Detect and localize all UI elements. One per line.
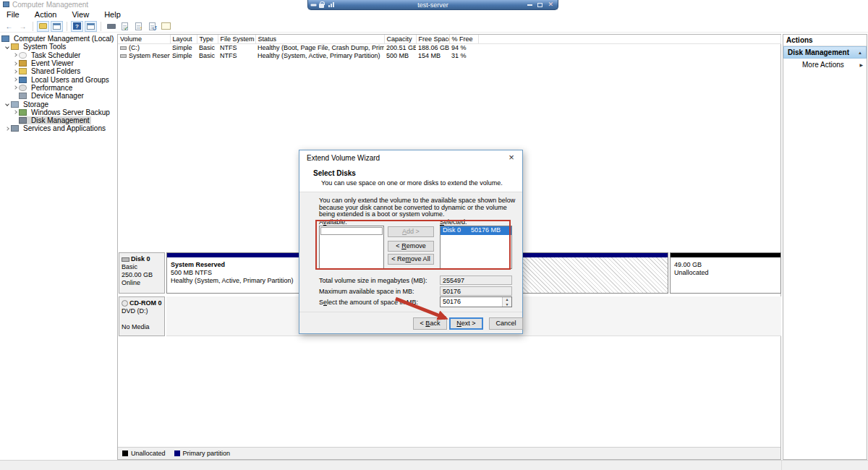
chevron-right-icon[interactable] bbox=[12, 62, 19, 65]
chevron-down-icon[interactable] bbox=[4, 46, 11, 48]
up-one-level-icon[interactable] bbox=[132, 21, 145, 32]
volume-icon bbox=[120, 54, 127, 58]
col-status[interactable]: Status bbox=[255, 35, 384, 44]
signal-icon bbox=[328, 2, 334, 7]
col-pctfree[interactable]: % Free bbox=[449, 35, 478, 44]
menu-action[interactable]: Action bbox=[28, 9, 64, 19]
disk-management-icon bbox=[19, 117, 27, 124]
col-freespace[interactable]: Free Space bbox=[416, 35, 449, 44]
tool-icon[interactable] bbox=[105, 21, 117, 32]
unallocated-color-bar bbox=[671, 253, 780, 257]
col-layout[interactable]: Layout bbox=[170, 35, 197, 44]
annotation-arrow bbox=[391, 294, 463, 330]
dialog-title: Extend Volume Wizard bbox=[307, 154, 380, 162]
status-bar bbox=[0, 460, 868, 470]
tree-item-services-applications[interactable]: Services and Applications bbox=[1, 124, 116, 132]
dialog-titlebar[interactable]: Extend Volume Wizard × bbox=[299, 150, 522, 166]
disk0-status: Online bbox=[122, 279, 163, 287]
cdrom-media: No Media bbox=[122, 323, 163, 331]
wizard-subheading: You can use space on one or more disks t… bbox=[321, 179, 503, 187]
legend-bar: Unallocated Primary partition bbox=[118, 447, 780, 459]
tree-item-system-tools[interactable]: System Tools bbox=[1, 43, 116, 51]
tree-item-computer-management[interactable]: Computer Management (Local) bbox=[1, 35, 116, 43]
console-window-icon[interactable] bbox=[85, 21, 97, 32]
window-title: Computer Management bbox=[12, 1, 88, 9]
col-filesystem[interactable]: File System bbox=[218, 35, 255, 44]
collapse-icon[interactable]: ▲ bbox=[858, 51, 862, 55]
chevron-right-icon[interactable] bbox=[4, 127, 11, 130]
volume-row-system-reserved[interactable]: System Reserved Simple Basic NTFS Health… bbox=[118, 52, 781, 60]
folder-icon[interactable] bbox=[37, 21, 49, 32]
toolbar-separator bbox=[33, 22, 33, 31]
system-tools-icon bbox=[11, 43, 19, 50]
annotation-highlight-box bbox=[315, 220, 511, 270]
pin-icon[interactable] bbox=[311, 4, 317, 6]
chevron-right-icon[interactable] bbox=[12, 86, 19, 89]
toolbar: ← → ? bbox=[0, 20, 868, 33]
disk0-label[interactable]: Disk 0 Basic 250.00 GB Online bbox=[119, 252, 165, 294]
unallocated-region[interactable]: 49.00 GB Unallocated bbox=[670, 252, 781, 294]
total-size-label: Total volume size in megabytes (MB): bbox=[319, 277, 427, 284]
event-viewer-icon bbox=[19, 60, 27, 67]
tree-item-local-users-groups[interactable]: Local Users and Groups bbox=[1, 75, 116, 83]
tree-item-device-manager[interactable]: Device Manager bbox=[1, 92, 116, 100]
rdp-minimize-button[interactable] bbox=[527, 4, 532, 6]
help-icon[interactable]: ? bbox=[71, 21, 83, 32]
tree-item-performance[interactable]: Performance bbox=[1, 84, 116, 92]
legend-primary-partition: Primary partition bbox=[174, 450, 231, 457]
menu-help[interactable]: Help bbox=[98, 9, 127, 19]
tree-item-windows-server-backup[interactable]: Windows Server Backup bbox=[1, 108, 116, 116]
export-list-icon[interactable] bbox=[119, 21, 131, 32]
close-icon[interactable]: × bbox=[501, 150, 522, 166]
submenu-arrow-icon: ▶ bbox=[859, 62, 863, 67]
disk0-type: Basic bbox=[122, 263, 163, 271]
shared-folders-icon bbox=[19, 68, 27, 74]
rdp-connection-bar[interactable]: test-server ✕ bbox=[307, 0, 558, 10]
backup-icon bbox=[19, 109, 27, 116]
performance-icon bbox=[19, 85, 27, 91]
computer-icon bbox=[1, 35, 9, 42]
local-users-icon bbox=[19, 77, 27, 83]
volume-row-c[interactable]: (C:) Simple Basic NTFS Healthy (Boot, Pa… bbox=[118, 44, 781, 52]
rdp-close-button[interactable]: ✕ bbox=[548, 1, 553, 8]
col-type[interactable]: Type bbox=[197, 35, 218, 44]
cancel-button[interactable]: Cancel bbox=[489, 317, 523, 330]
rdp-restore-button[interactable] bbox=[537, 3, 542, 7]
menu-view[interactable]: View bbox=[65, 9, 95, 19]
computer-management-window: Computer Management File Action View Hel… bbox=[0, 0, 868, 470]
tree-item-disk-management[interactable]: Disk Management bbox=[1, 116, 116, 124]
col-volume[interactable]: Volume bbox=[118, 35, 170, 44]
partition-system-reserved[interactable]: System Reserved 500 MB NTFS Healthy (Sys… bbox=[166, 252, 302, 294]
toolbar-separator bbox=[101, 22, 101, 31]
partition-color-bar bbox=[167, 253, 301, 257]
cdrom-label[interactable]: CD-ROM 0 DVD (D:) No Media bbox=[119, 296, 165, 336]
actions-title: Actions bbox=[783, 35, 867, 46]
col-capacity[interactable]: Capacity bbox=[384, 35, 416, 44]
tree-item-event-viewer[interactable]: Event Viewer bbox=[1, 59, 116, 67]
spin-down-icon[interactable]: ▼ bbox=[503, 302, 511, 307]
tree-item-storage[interactable]: Storage bbox=[1, 100, 116, 108]
tree-item-task-scheduler[interactable]: Task Scheduler bbox=[1, 51, 116, 59]
actions-more-actions[interactable]: More Actions ▶ bbox=[783, 59, 867, 71]
toolbar-separator bbox=[67, 22, 67, 31]
properties-icon[interactable] bbox=[160, 21, 172, 32]
refresh-icon[interactable] bbox=[146, 21, 158, 32]
legend-unallocated: Unallocated bbox=[122, 450, 166, 457]
menu-file[interactable]: File bbox=[0, 9, 26, 19]
chevron-right-icon[interactable] bbox=[12, 111, 19, 114]
back-icon[interactable]: ← bbox=[3, 21, 15, 32]
chevron-right-icon[interactable] bbox=[12, 78, 19, 81]
disk-icon bbox=[122, 257, 129, 262]
chevron-right-icon[interactable] bbox=[12, 70, 19, 73]
unallocated-swatch bbox=[122, 450, 128, 456]
actions-group-disk-management[interactable]: Disk Management ▲ bbox=[783, 46, 867, 59]
volume-list: Volume Layout Type File System Status Ca… bbox=[118, 35, 781, 60]
console-window-icon[interactable] bbox=[51, 21, 63, 32]
forward-icon[interactable]: → bbox=[17, 21, 29, 32]
chevron-right-icon[interactable] bbox=[12, 54, 19, 56]
tree-item-shared-folders[interactable]: Shared Folders bbox=[1, 67, 116, 75]
chevron-down-icon[interactable] bbox=[4, 103, 11, 106]
cdrom-icon bbox=[122, 300, 128, 307]
actions-panel: Actions Disk Management ▲ More Actions ▶ bbox=[783, 34, 867, 460]
col-filler bbox=[478, 35, 781, 44]
